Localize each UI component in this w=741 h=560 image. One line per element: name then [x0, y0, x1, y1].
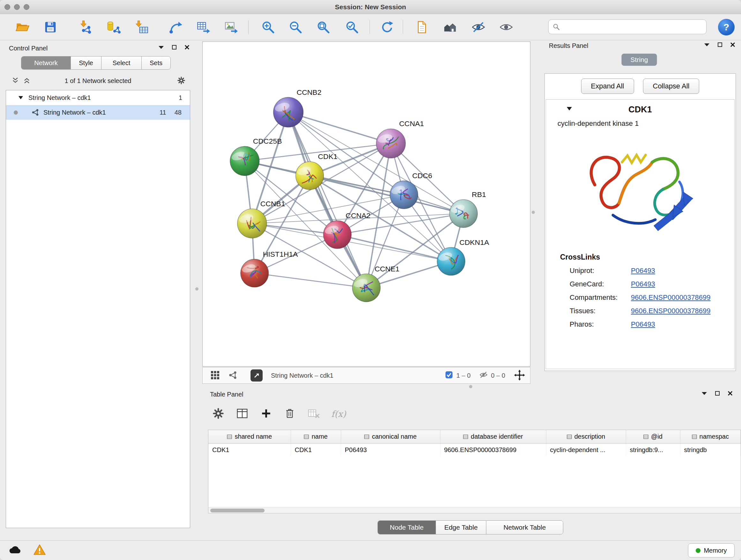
new-network-icon[interactable] [167, 18, 185, 36]
network-node[interactable] [376, 129, 406, 158]
help-icon[interactable]: ? [718, 19, 735, 36]
window-zoom-button[interactable] [23, 4, 29, 10]
horizontal-scrollbar[interactable] [208, 507, 741, 513]
table-cell[interactable]: stringdb [680, 443, 741, 456]
import-network-file-icon[interactable] [77, 18, 95, 36]
tab-network[interactable]: Network [21, 57, 71, 69]
delete-table-icon[interactable] [307, 407, 320, 421]
refresh-icon[interactable] [378, 18, 396, 36]
network-node[interactable] [273, 98, 304, 127]
table-options-gear-icon[interactable] [212, 407, 225, 421]
close-panel-icon[interactable] [730, 42, 735, 48]
column-header[interactable]: namespac [680, 430, 741, 443]
table-cell[interactable]: P06493 [341, 443, 440, 456]
network-canvas[interactable]: CCNB2CCNA1CDC25BCDK1CDC6RB1CCNB1CCNA2CDK… [203, 42, 530, 366]
expand-all-button[interactable]: Expand All [581, 78, 634, 94]
crosslink-link[interactable]: P06493 [631, 266, 655, 275]
hidden-eye-icon[interactable] [479, 370, 488, 381]
maximize-panel-icon[interactable] [172, 45, 177, 51]
network-options-gear-icon[interactable] [177, 76, 186, 86]
splitter-handle[interactable] [469, 385, 472, 388]
tab-string[interactable]: String [622, 54, 657, 66]
detach-view-icon[interactable] [251, 369, 263, 381]
tab-edge-table[interactable]: Edge Table [436, 521, 486, 534]
pan-crosshair-icon[interactable] [514, 370, 525, 381]
network-node[interactable] [230, 146, 259, 176]
network-node[interactable] [238, 209, 267, 238]
network-node[interactable] [295, 162, 324, 190]
open-session-icon[interactable] [13, 18, 31, 36]
show-columns-icon[interactable] [235, 407, 249, 421]
zoom-selected-icon[interactable] [343, 18, 361, 36]
tab-select[interactable]: Select [102, 57, 142, 69]
zoom-fit-icon[interactable] [314, 18, 332, 36]
hide-selected-eye-icon[interactable] [469, 18, 487, 36]
maximize-panel-icon[interactable] [715, 391, 720, 397]
network-edge[interactable] [288, 112, 391, 144]
table-cell[interactable]: CDK1 [208, 443, 291, 456]
selected-checkbox-icon[interactable] [445, 371, 453, 380]
column-header[interactable]: description [546, 430, 626, 443]
table-row[interactable]: CDK1 CDK1 P06493 9606.ENSP00000378699 cy… [208, 443, 741, 456]
table-cell[interactable]: 9606.ENSP00000378699 [440, 443, 546, 456]
disclosure-triangle-icon[interactable] [18, 96, 23, 100]
zoom-out-icon[interactable] [286, 18, 305, 36]
export-table-icon[interactable] [194, 18, 212, 36]
network-edge[interactable] [310, 176, 463, 213]
splitter-handle[interactable] [195, 287, 199, 291]
function-builder-icon[interactable]: f(x) [331, 409, 346, 419]
maximize-panel-icon[interactable] [718, 42, 723, 48]
network-node[interactable] [437, 247, 465, 275]
network-edge[interactable] [255, 273, 366, 288]
show-selected-eye-icon[interactable] [497, 18, 515, 36]
warning-icon[interactable] [33, 544, 46, 557]
splitter-handle[interactable] [532, 211, 535, 214]
import-network-database-icon[interactable] [105, 18, 122, 36]
crosslink-link[interactable]: 9606.ENSP00000378699 [631, 294, 711, 302]
float-panel-icon[interactable] [701, 391, 707, 396]
birdseye-network-icon[interactable] [228, 370, 238, 381]
grid-view-icon[interactable] [210, 370, 220, 381]
network-node[interactable] [449, 199, 477, 228]
cloud-status-icon[interactable] [8, 544, 22, 556]
column-header[interactable]: name [291, 430, 341, 443]
search-input[interactable] [562, 20, 706, 33]
window-close-button[interactable] [4, 4, 10, 10]
save-session-icon[interactable] [42, 18, 59, 36]
collapse-all-button[interactable]: Collapse All [643, 78, 699, 94]
window-minimize-button[interactable] [14, 4, 20, 10]
column-header[interactable]: database identifier [440, 430, 546, 443]
network-node[interactable] [352, 274, 381, 302]
show-all-home-icon[interactable] [441, 18, 459, 36]
close-panel-icon[interactable] [728, 391, 733, 397]
import-table-file-icon[interactable] [133, 18, 151, 36]
network-collection-row[interactable]: String Network – cdk1 1 [6, 90, 190, 105]
column-header[interactable]: @id [626, 430, 680, 443]
copy-document-icon[interactable] [413, 18, 430, 36]
tab-network-table[interactable]: Network Table [486, 521, 563, 534]
float-panel-icon[interactable] [704, 43, 710, 48]
crosslink-link[interactable]: 9606.ENSP00000378699 [631, 307, 711, 315]
table-cell[interactable]: stringdb:9... [626, 443, 680, 456]
tab-style[interactable]: Style [71, 57, 102, 69]
tab-sets[interactable]: Sets [142, 57, 171, 69]
close-panel-icon[interactable] [185, 45, 190, 51]
column-header[interactable]: canonical name [341, 430, 440, 443]
network-edge[interactable] [337, 235, 451, 261]
export-image-icon[interactable] [222, 18, 240, 36]
network-node[interactable] [390, 181, 418, 209]
crosslink-link[interactable]: P06493 [631, 320, 655, 328]
memory-button[interactable]: Memory [688, 543, 735, 557]
zoom-in-icon[interactable] [259, 18, 277, 36]
network-edge[interactable] [288, 112, 366, 288]
network-node[interactable] [241, 259, 269, 287]
network-row[interactable]: String Network – cdk1 11 48 [6, 105, 190, 120]
tab-node-table[interactable]: Node Table [378, 521, 436, 534]
table-cell[interactable]: CDK1 [291, 443, 341, 456]
add-column-icon[interactable] [260, 407, 273, 421]
delete-column-icon[interactable] [283, 407, 296, 421]
table-cell[interactable]: cyclin-dependent ... [546, 443, 626, 456]
network-node[interactable] [323, 221, 351, 249]
scrollbar-thumb[interactable] [210, 509, 265, 512]
float-panel-icon[interactable] [158, 45, 164, 50]
